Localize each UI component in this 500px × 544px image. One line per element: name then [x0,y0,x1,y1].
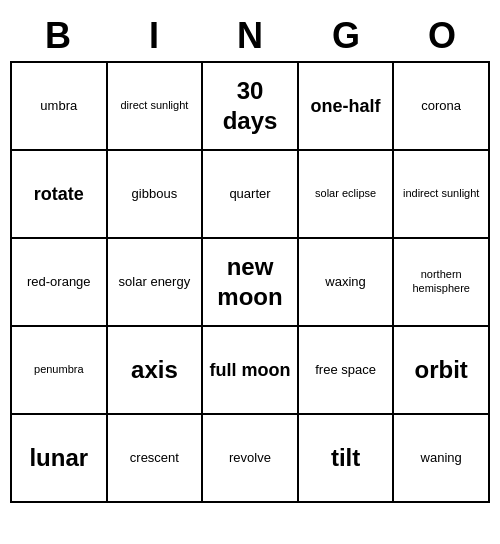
bingo-cell-r1-c4: indirect sunlight [394,151,490,239]
bingo-cell-r2-c2: new moon [203,239,299,327]
header-letter-g: G [298,10,394,61]
bingo-header: BINGO [10,10,490,61]
bingo-grid: umbradirect sunlight30 daysone-halfcoron… [10,61,490,503]
bingo-cell-r4-c4: waning [394,415,490,503]
bingo-cell-r0-c1: direct sunlight [108,63,204,151]
bingo-cell-r3-c0: penumbra [12,327,108,415]
header-letter-i: I [106,10,202,61]
bingo-cell-r1-c3: solar eclipse [299,151,395,239]
bingo-cell-r3-c3: free space [299,327,395,415]
bingo-cell-r4-c0: lunar [12,415,108,503]
bingo-cell-r3-c1: axis [108,327,204,415]
bingo-cell-r3-c2: full moon [203,327,299,415]
bingo-cell-r0-c0: umbra [12,63,108,151]
bingo-cell-r1-c1: gibbous [108,151,204,239]
header-letter-o: O [394,10,490,61]
bingo-cell-r1-c0: rotate [12,151,108,239]
bingo-cell-r2-c1: solar energy [108,239,204,327]
bingo-cell-r3-c4: orbit [394,327,490,415]
bingo-cell-r2-c4: northern hemisphere [394,239,490,327]
bingo-card: BINGO umbradirect sunlight30 daysone-hal… [10,10,490,503]
bingo-cell-r4-c3: tilt [299,415,395,503]
bingo-cell-r2-c3: waxing [299,239,395,327]
bingo-cell-r4-c2: revolve [203,415,299,503]
bingo-cell-r4-c1: crescent [108,415,204,503]
bingo-cell-r0-c3: one-half [299,63,395,151]
bingo-cell-r1-c2: quarter [203,151,299,239]
bingo-cell-r0-c2: 30 days [203,63,299,151]
header-letter-n: N [202,10,298,61]
bingo-cell-r0-c4: corona [394,63,490,151]
bingo-cell-r2-c0: red-orange [12,239,108,327]
header-letter-b: B [10,10,106,61]
